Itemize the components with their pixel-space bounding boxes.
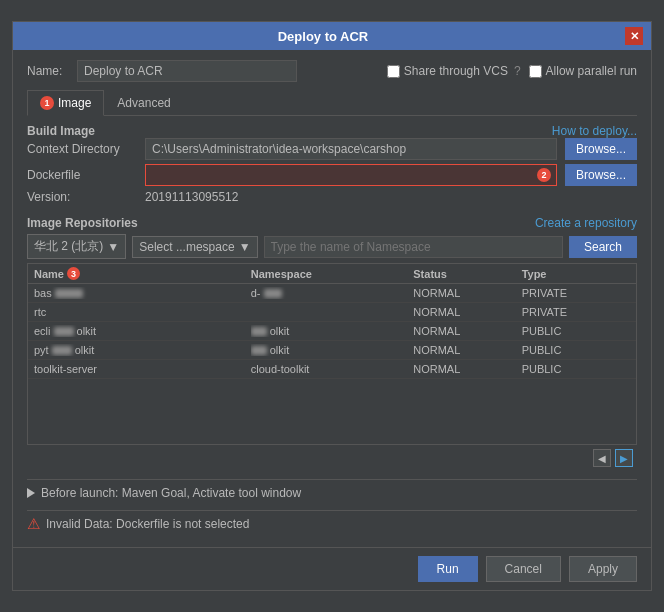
repo-header: Image Repositories Create a repository	[27, 216, 637, 230]
th-namespace: Namespace	[251, 267, 414, 280]
table-row[interactable]: pytolkit olkit NORMAL PUBLIC	[28, 341, 636, 360]
td-namespace: d-	[251, 287, 414, 299]
dockerfile-badge: 2	[537, 168, 551, 182]
tabs-row: 1 Image Advanced	[27, 90, 637, 116]
td-name: toolkit-server	[34, 363, 251, 375]
dockerfile-input[interactable]	[145, 164, 557, 186]
table-row[interactable]: bas d- NORMAL PRIVATE	[28, 284, 636, 303]
search-button[interactable]: Search	[569, 236, 637, 258]
error-message: Invalid Data: Dockerfile is not selected	[46, 517, 249, 531]
td-type: PUBLIC	[522, 325, 630, 337]
td-type: PRIVATE	[522, 306, 630, 318]
context-directory-row: Context Directory Browse...	[27, 138, 637, 160]
td-name: bas	[34, 287, 251, 299]
dockerfile-row: Dockerfile 2 Browse...	[27, 164, 637, 186]
dialog-body: Name: Share through VCS ? Allow parallel…	[13, 50, 651, 547]
name-input[interactable]	[77, 60, 297, 82]
build-image-section: Build Image How to deploy... Context Dir…	[27, 124, 637, 208]
namespace-label: Select ...mespace	[139, 240, 234, 254]
how-to-deploy-link[interactable]: How to deploy...	[552, 124, 637, 138]
allow-parallel-checkbox[interactable]	[529, 65, 542, 78]
error-bar: ⚠ Invalid Data: Dockerfile is not select…	[27, 510, 637, 537]
td-status: NORMAL	[413, 363, 521, 375]
context-directory-browse-btn[interactable]: Browse...	[565, 138, 637, 160]
namespace-dropdown[interactable]: Select ...mespace ▼	[132, 236, 257, 258]
blur-name-1	[55, 289, 83, 298]
dialog-title: Deploy to ACR	[21, 29, 625, 44]
expand-icon	[27, 488, 35, 498]
td-status: NORMAL	[413, 325, 521, 337]
blur-ns-1	[264, 289, 282, 298]
td-status: NORMAL	[413, 287, 521, 299]
td-status: NORMAL	[413, 344, 521, 356]
region-chevron-icon: ▼	[107, 240, 119, 254]
prev-page-btn[interactable]: ◀	[593, 449, 611, 467]
blur-ns-3	[251, 327, 267, 336]
vcs-help-icon: ?	[514, 64, 521, 78]
title-bar: Deploy to ACR ✕	[13, 22, 651, 50]
share-vcs-label: Share through VCS	[404, 64, 508, 78]
table-row[interactable]: ecliolkit olkit NORMAL PUBLIC	[28, 322, 636, 341]
tab-advanced[interactable]: Advanced	[104, 90, 183, 115]
share-vcs-checkbox[interactable]	[387, 65, 400, 78]
build-image-title: Build Image	[27, 124, 95, 138]
error-icon: ⚠	[27, 515, 40, 533]
allow-parallel-label: Allow parallel run	[546, 64, 637, 78]
before-launch-label: Before launch: Maven Goal, Activate tool…	[41, 486, 301, 500]
before-launch-section[interactable]: Before launch: Maven Goal, Activate tool…	[27, 479, 637, 502]
table-row[interactable]: toolkit-server cloud-toolkit NORMAL PUBL…	[28, 360, 636, 379]
dockerfile-browse-btn[interactable]: Browse...	[565, 164, 637, 186]
context-directory-label: Context Directory	[27, 142, 137, 156]
td-namespace: cloud-toolkit	[251, 363, 414, 375]
blur-ns-4	[251, 346, 267, 355]
run-button[interactable]: Run	[418, 556, 478, 582]
td-status: NORMAL	[413, 306, 521, 318]
name-row-right: Share through VCS ? Allow parallel run	[387, 64, 637, 78]
version-row: Version: 20191113095512	[27, 190, 637, 204]
share-vcs-wrapper: Share through VCS ?	[387, 64, 521, 78]
next-page-btn[interactable]: ▶	[615, 449, 633, 467]
cancel-button[interactable]: Cancel	[486, 556, 561, 582]
td-namespace: olkit	[251, 325, 414, 337]
namespace-search-input[interactable]	[264, 236, 563, 258]
image-tab-badge: 1	[40, 96, 54, 110]
nav-arrows: ◀ ▶	[27, 445, 637, 471]
name-col-badge: 3	[67, 267, 80, 280]
repos-table: Name 3 Namespace Status Type bas d- NORM…	[27, 263, 637, 445]
image-tab-label: Image	[58, 96, 91, 110]
region-dropdown[interactable]: 华北 2 (北京) ▼	[27, 234, 126, 259]
td-type: PUBLIC	[522, 363, 630, 375]
create-repo-link[interactable]: Create a repository	[535, 216, 637, 230]
td-namespace	[251, 306, 414, 318]
dockerfile-input-wrapper: 2	[145, 164, 557, 186]
td-type: PRIVATE	[522, 287, 630, 299]
name-row: Name: Share through VCS ? Allow parallel…	[27, 60, 637, 82]
apply-button[interactable]: Apply	[569, 556, 637, 582]
dialog-footer: Run Cancel Apply	[13, 547, 651, 590]
tab-image[interactable]: 1 Image	[27, 90, 104, 116]
allow-parallel-wrapper: Allow parallel run	[529, 64, 637, 78]
image-repos-title: Image Repositories	[27, 216, 138, 230]
th-name: Name 3	[34, 267, 251, 280]
table-row[interactable]: rtc NORMAL PRIVATE	[28, 303, 636, 322]
deploy-to-acr-dialog: Deploy to ACR ✕ Name: Share through VCS …	[12, 21, 652, 591]
dockerfile-label: Dockerfile	[27, 168, 137, 182]
close-button[interactable]: ✕	[625, 27, 643, 45]
advanced-tab-label: Advanced	[117, 96, 170, 110]
td-name: rtc	[34, 306, 251, 318]
td-type: PUBLIC	[522, 344, 630, 356]
version-value: 20191113095512	[145, 190, 238, 204]
blur-name-3	[54, 327, 74, 336]
blur-name-4	[52, 346, 72, 355]
th-status: Status	[413, 267, 521, 280]
name-label: Name:	[27, 64, 67, 78]
context-directory-input[interactable]	[145, 138, 557, 160]
repo-controls: 华北 2 (北京) ▼ Select ...mespace ▼ Search	[27, 234, 637, 259]
table-header: Name 3 Namespace Status Type	[28, 264, 636, 284]
namespace-chevron-icon: ▼	[239, 240, 251, 254]
version-label: Version:	[27, 190, 137, 204]
td-namespace: olkit	[251, 344, 414, 356]
region-label: 华北 2 (北京)	[34, 238, 103, 255]
td-name: pytolkit	[34, 344, 251, 356]
build-image-header: Build Image How to deploy...	[27, 124, 637, 138]
